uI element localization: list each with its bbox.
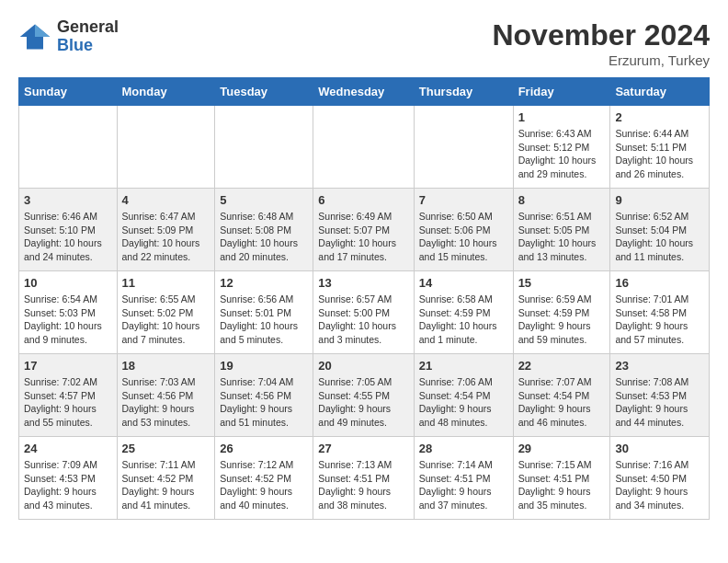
- calendar-cell: 29Sunrise: 7:15 AMSunset: 4:51 PMDayligh…: [513, 437, 610, 520]
- calendar-cell: 12Sunrise: 6:56 AMSunset: 5:01 PMDayligh…: [215, 271, 313, 354]
- calendar-week-row: 17Sunrise: 7:02 AMSunset: 4:57 PMDayligh…: [19, 354, 710, 437]
- day-info: Sunrise: 6:52 AMSunset: 5:04 PMDaylight:…: [615, 210, 704, 264]
- calendar-week-row: 1Sunrise: 6:43 AMSunset: 5:12 PMDaylight…: [19, 106, 710, 189]
- calendar-cell: [215, 106, 313, 189]
- day-info: Sunrise: 7:12 AMSunset: 4:52 PMDaylight:…: [220, 458, 308, 512]
- weekday-header: Tuesday: [215, 78, 313, 106]
- day-number: 17: [24, 359, 112, 373]
- day-info: Sunrise: 6:50 AMSunset: 5:06 PMDaylight:…: [419, 210, 508, 264]
- calendar-table: SundayMondayTuesdayWednesdayThursdayFrid…: [18, 77, 710, 520]
- day-info: Sunrise: 6:56 AMSunset: 5:01 PMDaylight:…: [220, 293, 308, 347]
- day-number: 27: [318, 442, 408, 455]
- day-number: 8: [518, 193, 606, 207]
- calendar-cell: 28Sunrise: 7:14 AMSunset: 4:51 PMDayligh…: [414, 437, 513, 520]
- day-info: Sunrise: 7:05 AMSunset: 4:55 PMDaylight:…: [318, 375, 408, 430]
- day-info: Sunrise: 6:59 AMSunset: 4:59 PMDaylight:…: [518, 293, 606, 347]
- calendar-cell: 1Sunrise: 6:43 AMSunset: 5:12 PMDaylight…: [513, 106, 610, 189]
- day-info: Sunrise: 6:48 AMSunset: 5:08 PMDaylight:…: [220, 210, 308, 264]
- calendar-cell: 7Sunrise: 6:50 AMSunset: 5:06 PMDaylight…: [414, 189, 513, 271]
- day-info: Sunrise: 7:06 AMSunset: 4:54 PMDaylight:…: [419, 375, 508, 430]
- weekday-header-row: SundayMondayTuesdayWednesdayThursdayFrid…: [19, 78, 710, 106]
- day-info: Sunrise: 6:46 AMSunset: 5:10 PMDaylight:…: [24, 210, 112, 264]
- weekday-header: Friday: [513, 78, 610, 106]
- day-number: 1: [518, 110, 606, 124]
- day-info: Sunrise: 7:14 AMSunset: 4:51 PMDaylight:…: [419, 458, 508, 512]
- day-info: Sunrise: 6:49 AMSunset: 5:07 PMDaylight:…: [318, 210, 408, 264]
- calendar-cell: [19, 106, 118, 189]
- calendar-cell: 2Sunrise: 6:44 AMSunset: 5:11 PMDaylight…: [610, 106, 710, 189]
- calendar-cell: 3Sunrise: 6:46 AMSunset: 5:10 PMDaylight…: [19, 189, 118, 271]
- svg-marker-1: [35, 24, 50, 37]
- weekday-header: Thursday: [414, 78, 513, 106]
- day-info: Sunrise: 7:09 AMSunset: 4:53 PMDaylight:…: [24, 458, 112, 512]
- calendar-cell: 11Sunrise: 6:55 AMSunset: 5:02 PMDayligh…: [117, 271, 215, 354]
- calendar-week-row: 3Sunrise: 6:46 AMSunset: 5:10 PMDaylight…: [19, 189, 710, 271]
- day-number: 7: [419, 193, 508, 207]
- day-number: 13: [318, 276, 408, 290]
- day-number: 4: [122, 193, 210, 207]
- calendar-cell: 22Sunrise: 7:07 AMSunset: 4:54 PMDayligh…: [513, 354, 610, 437]
- day-info: Sunrise: 7:03 AMSunset: 4:56 PMDaylight:…: [122, 375, 210, 430]
- day-number: 20: [318, 359, 408, 373]
- day-info: Sunrise: 7:07 AMSunset: 4:54 PMDaylight:…: [518, 375, 606, 430]
- day-number: 25: [122, 442, 210, 455]
- calendar-cell: 17Sunrise: 7:02 AMSunset: 4:57 PMDayligh…: [19, 354, 118, 437]
- day-info: Sunrise: 7:16 AMSunset: 4:50 PMDaylight:…: [615, 458, 704, 512]
- day-number: 14: [419, 276, 508, 290]
- day-number: 6: [318, 193, 408, 207]
- weekday-header: Monday: [117, 78, 215, 106]
- day-number: 29: [518, 442, 606, 455]
- logo-blue: Blue: [57, 37, 119, 55]
- calendar-cell: 25Sunrise: 7:11 AMSunset: 4:52 PMDayligh…: [117, 437, 215, 520]
- day-number: 11: [122, 276, 210, 290]
- month-title: November 2024: [492, 18, 710, 52]
- day-info: Sunrise: 7:01 AMSunset: 4:58 PMDaylight:…: [615, 293, 704, 347]
- calendar-cell: 10Sunrise: 6:54 AMSunset: 5:03 PMDayligh…: [19, 271, 118, 354]
- logo-icon: [18, 20, 51, 53]
- calendar-cell: 9Sunrise: 6:52 AMSunset: 5:04 PMDaylight…: [610, 189, 710, 271]
- calendar-cell: 6Sunrise: 6:49 AMSunset: 5:07 PMDaylight…: [313, 189, 414, 271]
- day-number: 9: [615, 193, 704, 207]
- calendar-cell: 19Sunrise: 7:04 AMSunset: 4:56 PMDayligh…: [215, 354, 313, 437]
- calendar-cell: 24Sunrise: 7:09 AMSunset: 4:53 PMDayligh…: [19, 437, 118, 520]
- weekday-header: Saturday: [610, 78, 710, 106]
- day-number: 22: [518, 359, 606, 373]
- day-info: Sunrise: 6:43 AMSunset: 5:12 PMDaylight:…: [518, 127, 606, 181]
- day-number: 26: [220, 442, 308, 455]
- calendar-cell: 23Sunrise: 7:08 AMSunset: 4:53 PMDayligh…: [610, 354, 710, 437]
- day-info: Sunrise: 6:54 AMSunset: 5:03 PMDaylight:…: [24, 293, 112, 347]
- calendar-cell: 8Sunrise: 6:51 AMSunset: 5:05 PMDaylight…: [513, 189, 610, 271]
- day-number: 12: [220, 276, 308, 290]
- calendar-cell: 4Sunrise: 6:47 AMSunset: 5:09 PMDaylight…: [117, 189, 215, 271]
- calendar-week-row: 24Sunrise: 7:09 AMSunset: 4:53 PMDayligh…: [19, 437, 710, 520]
- day-info: Sunrise: 7:13 AMSunset: 4:51 PMDaylight:…: [318, 458, 408, 512]
- day-info: Sunrise: 6:44 AMSunset: 5:11 PMDaylight:…: [615, 127, 704, 181]
- day-number: 10: [24, 276, 112, 290]
- day-number: 2: [615, 110, 704, 124]
- logo-text: General Blue: [57, 18, 119, 55]
- calendar-cell: 21Sunrise: 7:06 AMSunset: 4:54 PMDayligh…: [414, 354, 513, 437]
- calendar-cell: [117, 106, 215, 189]
- calendar-cell: 15Sunrise: 6:59 AMSunset: 4:59 PMDayligh…: [513, 271, 610, 354]
- day-info: Sunrise: 7:15 AMSunset: 4:51 PMDaylight:…: [518, 458, 606, 512]
- weekday-header: Wednesday: [313, 78, 414, 106]
- calendar-week-row: 10Sunrise: 6:54 AMSunset: 5:03 PMDayligh…: [19, 271, 710, 354]
- title-block: November 2024 Erzurum, Turkey: [492, 18, 710, 68]
- day-info: Sunrise: 6:58 AMSunset: 4:59 PMDaylight:…: [419, 293, 508, 347]
- logo: General Blue: [18, 18, 119, 55]
- calendar-cell: 5Sunrise: 6:48 AMSunset: 5:08 PMDaylight…: [215, 189, 313, 271]
- day-number: 16: [615, 276, 704, 290]
- calendar-cell: 26Sunrise: 7:12 AMSunset: 4:52 PMDayligh…: [215, 437, 313, 520]
- calendar-cell: 13Sunrise: 6:57 AMSunset: 5:00 PMDayligh…: [313, 271, 414, 354]
- calendar-cell: [414, 106, 513, 189]
- day-info: Sunrise: 6:55 AMSunset: 5:02 PMDaylight:…: [122, 293, 210, 347]
- day-info: Sunrise: 7:04 AMSunset: 4:56 PMDaylight:…: [220, 375, 308, 430]
- day-number: 5: [220, 193, 308, 207]
- day-number: 28: [419, 442, 508, 455]
- day-info: Sunrise: 6:47 AMSunset: 5:09 PMDaylight:…: [122, 210, 210, 264]
- day-info: Sunrise: 6:57 AMSunset: 5:00 PMDaylight:…: [318, 293, 408, 347]
- day-number: 3: [24, 193, 112, 207]
- day-info: Sunrise: 7:02 AMSunset: 4:57 PMDaylight:…: [24, 375, 112, 430]
- location: Erzurum, Turkey: [492, 52, 710, 68]
- day-number: 19: [220, 359, 308, 373]
